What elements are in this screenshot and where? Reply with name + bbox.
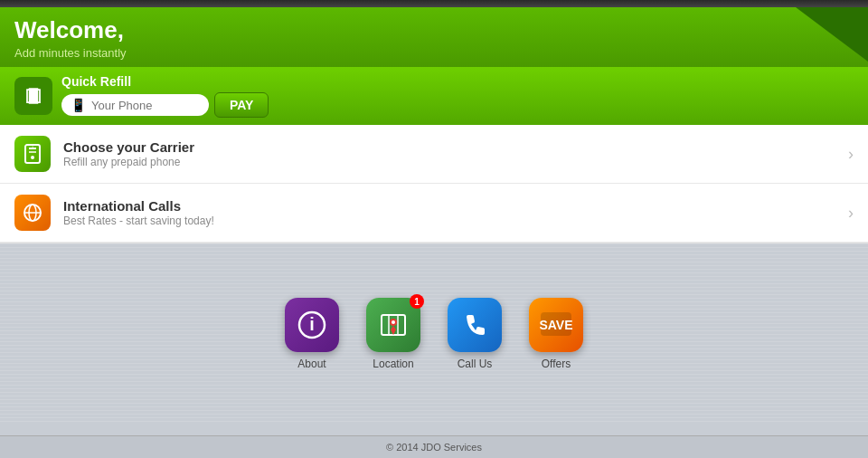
quick-refill-icon: ↩: [14, 77, 52, 115]
svg-text:SAVE: SAVE: [539, 318, 572, 332]
welcome-subtitle: Add minutes instantly: [14, 46, 854, 60]
quick-refill-label: Quick Refill: [61, 74, 269, 89]
phone-input-wrapper[interactable]: 📱: [61, 94, 209, 116]
call-us-icon-item[interactable]: Call Us: [443, 298, 506, 370]
international-calls-arrow: ›: [848, 204, 854, 223]
phone-icon: 📱: [71, 98, 86, 112]
international-calls-icon: [14, 195, 51, 231]
main-content: i About 1 Location: [0, 243, 868, 425]
call-us-icon-box: [448, 298, 502, 352]
copyright-text: © 2014 JDO Services: [386, 442, 482, 453]
svg-point-3: [31, 156, 34, 159]
about-icon-box: i: [285, 298, 339, 352]
international-calls-title: International Calls: [63, 198, 214, 214]
svg-point-16: [392, 320, 395, 324]
call-us-label: Call Us: [458, 358, 493, 370]
location-label: Location: [373, 358, 413, 370]
choose-carrier-title: Choose your Carrier: [63, 139, 194, 155]
choose-carrier-subtitle: Refill any prepaid phone: [63, 156, 194, 168]
icon-grid: i About 1 Location: [280, 298, 588, 370]
menu-item-choose-carrier[interactable]: + Choose your Carrier Refill any prepaid…: [0, 125, 868, 184]
phone-input[interactable]: [91, 99, 200, 112]
svg-text:+: +: [31, 144, 35, 152]
choose-carrier-arrow: ›: [848, 145, 854, 164]
quick-refill-content: Quick Refill 📱 PAY: [61, 74, 269, 118]
about-icon-item[interactable]: i About: [280, 298, 344, 370]
welcome-title: Welcome,: [14, 16, 854, 44]
international-calls-text: International Calls Best Rates - start s…: [63, 198, 214, 227]
location-badge: 1: [410, 294, 424, 309]
top-bar: [0, 0, 868, 7]
offers-icon-item[interactable]: SAVE Offers: [524, 298, 588, 370]
quick-refill-bar: ↩ Quick Refill 📱 PAY: [0, 67, 868, 125]
offers-label: Offers: [542, 358, 571, 370]
pay-button[interactable]: PAY: [214, 92, 269, 118]
location-icon-item[interactable]: 1 Location: [362, 298, 425, 370]
about-label: About: [297, 358, 326, 370]
menu-section: + Choose your Carrier Refill any prepaid…: [0, 125, 868, 243]
offers-icon-box: SAVE: [529, 298, 583, 352]
international-calls-subtitle: Best Rates - start saving today!: [63, 215, 214, 227]
svg-text:i: i: [309, 314, 315, 334]
location-icon-box: 1: [366, 298, 420, 352]
header: Welcome, Add minutes instantly: [0, 7, 868, 67]
menu-item-international-calls[interactable]: International Calls Best Rates - start s…: [0, 184, 868, 243]
choose-carrier-text: Choose your Carrier Refill any prepaid p…: [63, 139, 194, 168]
svg-text:↩: ↩: [29, 91, 38, 103]
choose-carrier-icon: +: [14, 136, 51, 172]
footer: © 2014 JDO Services: [0, 435, 868, 458]
quick-refill-row: 📱 PAY: [61, 92, 269, 118]
